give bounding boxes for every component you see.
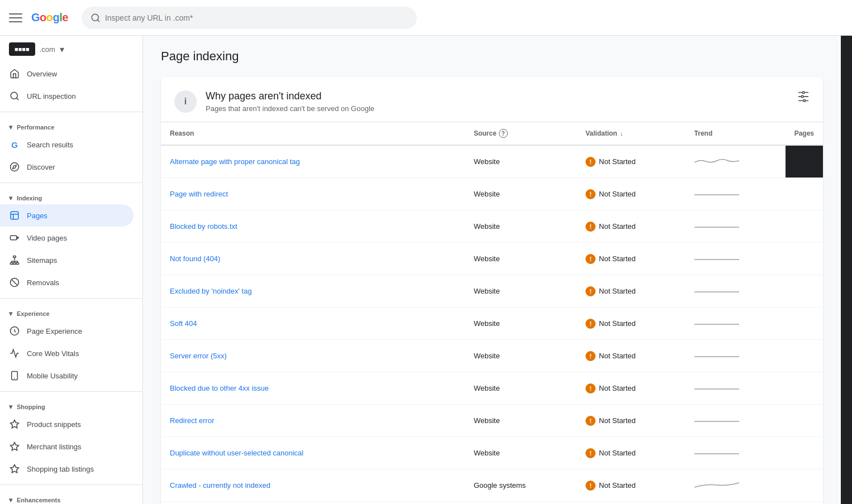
status-badge: !Not Started bbox=[586, 254, 636, 264]
svg-rect-9 bbox=[11, 236, 17, 240]
sidebar-item-core-web-vitals[interactable]: Core Web Vitals bbox=[0, 342, 134, 364]
sidebar-product-snippets-label: Product snippets bbox=[27, 420, 81, 429]
status-badge: !Not Started bbox=[586, 319, 636, 329]
logo: Google bbox=[31, 11, 73, 24]
pages-icon bbox=[9, 210, 20, 221]
cell-validation: !Not Started bbox=[577, 210, 686, 243]
removals-icon bbox=[9, 277, 20, 288]
status-badge: !Not Started bbox=[586, 189, 636, 199]
table-row[interactable]: Soft 404Website!Not Started bbox=[161, 308, 823, 340]
search-input[interactable] bbox=[105, 13, 408, 22]
sidebar-item-sitemaps[interactable]: Sitemaps bbox=[0, 249, 134, 271]
sidebar-video-pages-label: Video pages bbox=[27, 234, 67, 242]
search-bar[interactable] bbox=[82, 7, 417, 29]
cell-reason: Alternate page with proper canonical tag bbox=[161, 145, 465, 178]
sidebar-item-page-experience[interactable]: Page Experience bbox=[0, 320, 134, 342]
topbar: Google bbox=[0, 0, 852, 36]
sidebar-overview-label: Overview bbox=[27, 70, 57, 78]
filter-button[interactable] bbox=[797, 90, 810, 105]
cell-source: Google systems bbox=[465, 502, 577, 505]
status-badge: !Not Started bbox=[586, 286, 636, 296]
table-row[interactable]: Blocked by robots.txtWebsite!Not Started bbox=[161, 210, 823, 243]
section-indexing[interactable]: ▾ Indexing bbox=[0, 188, 142, 204]
divider bbox=[0, 484, 142, 485]
sidebar: ■■■■ .com ▾ Overview URL inspection ▾ Pe… bbox=[0, 36, 143, 504]
table-row[interactable]: Alternate page with proper canonical tag… bbox=[161, 145, 823, 178]
table-row[interactable]: Excluded by 'noindex' tagWebsite!Not Sta… bbox=[161, 275, 823, 308]
table-row[interactable]: Duplicate, Google chose different canoni… bbox=[161, 502, 823, 505]
sidebar-url-inspection-label: URL inspection bbox=[27, 92, 76, 100]
sidebar-item-discover[interactable]: Discover bbox=[0, 156, 134, 178]
svg-marker-10 bbox=[17, 237, 19, 239]
page-title: Page indexing bbox=[161, 49, 823, 64]
sidebar-item-product-snippets[interactable]: Product snippets bbox=[0, 413, 134, 435]
cell-reason: Duplicate, Google chose different canoni… bbox=[161, 502, 465, 505]
svg-marker-5 bbox=[13, 165, 16, 169]
cell-reason: Soft 404 bbox=[161, 308, 465, 340]
sidebar-item-pages[interactable]: Pages bbox=[0, 204, 134, 227]
sidebar-item-merchant-listings[interactable]: Merchant listings bbox=[0, 435, 134, 458]
scrollbar[interactable] bbox=[841, 36, 852, 504]
discover-icon bbox=[9, 161, 20, 172]
cell-source: Website bbox=[465, 145, 577, 178]
table-row[interactable]: Page with redirectWebsite!Not Started bbox=[161, 178, 823, 210]
experience-icon bbox=[9, 325, 20, 337]
section-experience-label: Experience bbox=[17, 310, 50, 317]
table-row[interactable]: Blocked due to other 4xx issueWebsite!No… bbox=[161, 372, 823, 405]
table-row[interactable]: Not found (404)Website!Not Started bbox=[161, 243, 823, 275]
col-validation[interactable]: Validation ↓ bbox=[577, 122, 686, 145]
card-header: i Why pages aren't indexed Pages that ar… bbox=[161, 77, 823, 122]
cell-source: Google systems bbox=[465, 469, 577, 502]
sidebar-item-video-pages[interactable]: Video pages bbox=[0, 227, 134, 249]
cell-validation: !Not Started bbox=[577, 243, 686, 275]
indexing-card: i Why pages aren't indexed Pages that ar… bbox=[161, 77, 823, 504]
table-row[interactable]: Duplicate without user-selected canonica… bbox=[161, 437, 823, 469]
sidebar-item-removals[interactable]: Removals bbox=[0, 271, 134, 294]
sidebar-item-shopping-tab[interactable]: Shopping tab listings bbox=[0, 458, 134, 480]
site-dropdown-arrow[interactable]: ▾ bbox=[60, 44, 64, 55]
cell-reason: Not found (404) bbox=[161, 243, 465, 275]
menu-button[interactable] bbox=[9, 11, 22, 25]
cell-pages bbox=[786, 372, 823, 405]
cell-pages bbox=[786, 243, 823, 275]
cell-source: Website bbox=[465, 340, 577, 372]
cell-source: Website bbox=[465, 243, 577, 275]
cell-reason: Redirect error bbox=[161, 405, 465, 437]
status-badge: !Not Started bbox=[586, 448, 636, 458]
chevron-down-icon: ▾ bbox=[9, 194, 12, 202]
sidebar-item-mobile-usability[interactable]: Mobile Usability bbox=[0, 364, 134, 387]
status-badge: !Not Started bbox=[586, 222, 636, 232]
cell-reason: Crawled - currently not indexed bbox=[161, 469, 465, 502]
table-row[interactable]: Server error (5xx)Website!Not Started bbox=[161, 340, 823, 372]
svg-line-21 bbox=[12, 280, 18, 286]
cell-validation: !Not Started bbox=[577, 178, 686, 210]
sidebar-item-search-results[interactable]: G Search results bbox=[0, 133, 134, 156]
divider bbox=[0, 391, 142, 392]
section-enhancements[interactable]: ▾ Enhancements bbox=[0, 489, 142, 504]
section-performance[interactable]: ▾ Performance bbox=[0, 117, 142, 133]
sidebar-page-experience-label: Page Experience bbox=[27, 327, 82, 335]
cell-validation: !Not Started bbox=[577, 308, 686, 340]
cell-trend bbox=[686, 308, 786, 340]
table-row[interactable]: Crawled - currently not indexedGoogle sy… bbox=[161, 469, 823, 502]
cell-reason: Duplicate without user-selected canonica… bbox=[161, 437, 465, 469]
layout: ■■■■ .com ▾ Overview URL inspection ▾ Pe… bbox=[0, 36, 852, 504]
sort-arrow-icon: ↓ bbox=[620, 130, 623, 137]
sidebar-item-url-inspection[interactable]: URL inspection bbox=[0, 85, 134, 107]
status-badge: !Not Started bbox=[586, 351, 636, 361]
sidebar-removals-label: Removals bbox=[27, 279, 59, 287]
cell-validation: !Not Started bbox=[577, 145, 686, 178]
cell-source: Website bbox=[465, 308, 577, 340]
section-shopping[interactable]: ▾ Shopping bbox=[0, 396, 142, 413]
svg-point-4 bbox=[11, 163, 19, 171]
cell-pages bbox=[786, 502, 823, 505]
cell-trend bbox=[686, 502, 786, 505]
cell-trend bbox=[686, 405, 786, 437]
cell-source: Website bbox=[465, 372, 577, 405]
site-box: ■■■■ bbox=[9, 42, 35, 56]
source-info-icon[interactable]: ? bbox=[499, 129, 508, 138]
sidebar-item-overview[interactable]: Overview bbox=[0, 63, 134, 85]
table-row[interactable]: Redirect errorWebsite!Not Started bbox=[161, 405, 823, 437]
table-wrap: Reason Source ? Validation ↓ bbox=[161, 122, 823, 504]
section-experience[interactable]: ▾ Experience bbox=[0, 303, 142, 320]
